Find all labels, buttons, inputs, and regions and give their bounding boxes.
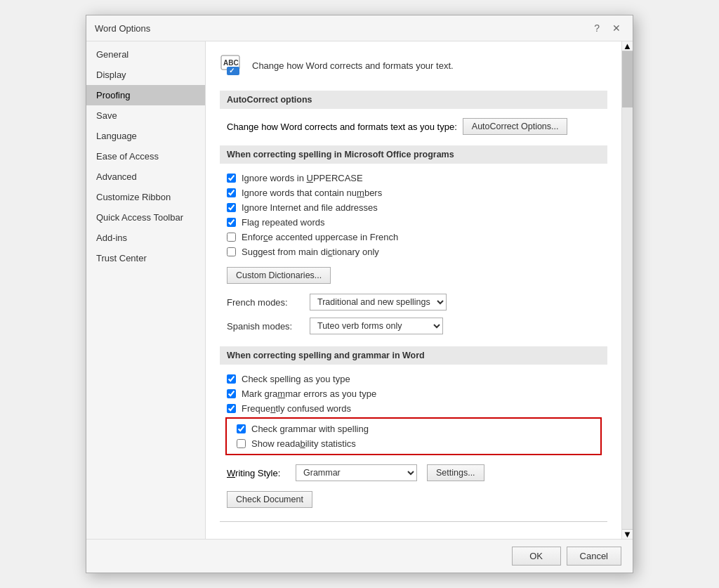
checkbox-row-enforce-accented: Enforce accented uppercase in French xyxy=(220,230,607,244)
cancel-button[interactable]: Cancel xyxy=(567,547,621,566)
check-spelling-label: Check spelling as you type xyxy=(242,374,350,384)
ok-button[interactable]: OK xyxy=(512,547,561,566)
french-modes-dropdown-wrap: Traditional and new spellings New spelli… xyxy=(310,294,447,311)
autocorrect-options-button[interactable]: AutoCorrect Options... xyxy=(463,118,568,135)
spanish-modes-label: Spanish modes: xyxy=(227,321,304,332)
autocorrect-row: Change how Word corrects and formats tex… xyxy=(220,116,607,137)
sidebar: General Display Proofing Save Language E… xyxy=(86,41,206,539)
scroll-thumb[interactable] xyxy=(622,51,633,107)
check-grammar-label: Check grammar with spelling xyxy=(251,424,369,434)
writing-style-select[interactable]: Grammar Grammar & Refinements Grammar & … xyxy=(296,464,417,481)
spanish-modes-dropdown-wrap: Tuteo verb forms only Voseo verb forms o… xyxy=(310,318,443,334)
checkbox-row-check-grammar: Check grammar with spelling xyxy=(230,422,598,436)
svg-text:ABC: ABC xyxy=(223,59,239,67)
checkbox-row-check-spelling: Check spelling as you type xyxy=(220,372,607,386)
sidebar-item-ease-of-access[interactable]: Ease of Access xyxy=(86,146,205,166)
checkbox-row-confused-words: Frequently confused words xyxy=(220,401,607,416)
sidebar-item-proofing[interactable]: Proofing xyxy=(86,85,205,105)
scroll-up-arrow[interactable]: ▲ xyxy=(622,41,633,51)
ignore-internet-checkbox[interactable] xyxy=(227,203,236,212)
flag-repeated-checkbox[interactable] xyxy=(227,218,236,227)
header-description: Change how Word corrects and formats you… xyxy=(252,60,454,71)
sidebar-item-addins[interactable]: Add-ins xyxy=(86,228,205,248)
check-document-button[interactable]: Check Document xyxy=(227,491,312,508)
confused-words-checkbox[interactable] xyxy=(227,404,236,413)
autocorrect-desc: Change how Word corrects and formats tex… xyxy=(227,122,457,132)
sidebar-item-display[interactable]: Display xyxy=(86,65,205,85)
checkbox-row-ignore-internet: Ignore Internet and file addresses xyxy=(220,200,607,215)
main-content: ABC ✓ Change how Word corrects and forma… xyxy=(206,41,621,539)
enforce-accented-label: Enforce accented uppercase in French xyxy=(242,232,398,242)
french-modes-label: French modes: xyxy=(227,297,304,308)
custom-dictionaries-button[interactable]: Custom Dictionaries... xyxy=(227,267,331,284)
scroll-down-arrow[interactable]: ▼ xyxy=(622,529,633,539)
sidebar-item-customize-ribbon[interactable]: Customize Ribbon xyxy=(86,187,205,207)
autocorrect-section-header: AutoCorrect options xyxy=(220,91,607,109)
scrollbar[interactable]: ▲ ▼ xyxy=(621,41,633,539)
readability-checkbox[interactable] xyxy=(237,439,246,448)
sidebar-item-advanced[interactable]: Advanced xyxy=(86,166,205,187)
sidebar-item-quick-access[interactable]: Quick Access Toolbar xyxy=(86,207,205,228)
flag-repeated-label: Flag repeated words xyxy=(242,217,325,228)
ignore-numbers-label: Ignore words that contain numbers xyxy=(242,188,382,198)
bottom-section-placeholder xyxy=(220,521,607,528)
check-spelling-checkbox[interactable] xyxy=(227,374,236,384)
spanish-modes-row: Spanish modes: Tuteo verb forms only Vos… xyxy=(220,314,607,338)
ignore-uppercase-label: Ignore words in UPPERCASE xyxy=(242,173,363,183)
close-button[interactable]: ✕ xyxy=(609,21,624,35)
check-grammar-checkbox[interactable] xyxy=(237,424,246,433)
spelling-ms-section-header: When correcting spelling in Microsoft Of… xyxy=(220,145,607,164)
french-modes-select[interactable]: Traditional and new spellings New spelli… xyxy=(310,294,447,311)
ignore-uppercase-checkbox[interactable] xyxy=(227,174,236,183)
check-document-row: Check Document xyxy=(220,489,607,510)
title-bar-controls: ? ✕ xyxy=(591,21,624,35)
french-modes-row: French modes: Traditional and new spelli… xyxy=(220,290,607,314)
ignore-numbers-checkbox[interactable] xyxy=(227,188,236,197)
settings-button[interactable]: Settings... xyxy=(427,464,484,481)
checkbox-row-readability: Show readability statistics xyxy=(230,436,598,451)
word-options-dialog: Word Options ? ✕ General Display Proofin… xyxy=(86,15,633,573)
confused-words-label: Frequently confused words xyxy=(242,403,351,414)
grammar-section-header: When correcting spelling and grammar in … xyxy=(220,346,607,365)
spanish-modes-select[interactable]: Tuteo verb forms only Voseo verb forms o… xyxy=(310,318,443,334)
checkbox-row-suggest-main: Suggest from main dictionary only xyxy=(220,244,607,259)
scroll-track[interactable] xyxy=(622,51,633,529)
ignore-internet-label: Ignore Internet and file addresses xyxy=(242,202,378,213)
readability-label: Show readability statistics xyxy=(251,438,356,449)
highlighted-checkboxes-group: Check grammar with spelling Show readabi… xyxy=(225,417,602,455)
svg-text:✓: ✓ xyxy=(229,67,235,74)
checkbox-row-ignore-uppercase: Ignore words in UPPERCASE xyxy=(220,171,607,185)
suggest-main-label: Suggest from main dictionary only xyxy=(242,247,379,257)
checkbox-row-mark-grammar: Mark grammar errors as you type xyxy=(220,386,607,401)
sidebar-item-save[interactable]: Save xyxy=(86,105,205,126)
writing-style-row: Writing Style: Grammar Grammar & Refinem… xyxy=(220,461,607,485)
sidebar-item-general[interactable]: General xyxy=(86,44,205,65)
enforce-accented-checkbox[interactable] xyxy=(227,233,236,242)
checkbox-row-flag-repeated: Flag repeated words xyxy=(220,215,607,230)
sidebar-item-language[interactable]: Language xyxy=(86,126,205,146)
sidebar-item-trust-center[interactable]: Trust Center xyxy=(86,248,205,268)
dialog-footer: OK Cancel xyxy=(86,539,633,573)
header-section: ABC ✓ Change how Word corrects and forma… xyxy=(220,53,607,78)
help-button[interactable]: ? xyxy=(591,21,603,35)
custom-dictionaries-row: Custom Dictionaries... xyxy=(220,265,607,286)
checkbox-row-ignore-numbers: Ignore words that contain numbers xyxy=(220,185,607,200)
title-bar: Word Options ? ✕ xyxy=(86,15,633,41)
mark-grammar-label: Mark grammar errors as you type xyxy=(242,388,376,399)
dialog-body: General Display Proofing Save Language E… xyxy=(86,41,633,539)
suggest-main-checkbox[interactable] xyxy=(227,247,236,256)
dialog-title: Word Options xyxy=(95,23,150,34)
writing-style-label: Writing Style: xyxy=(227,468,290,478)
abc-icon: ABC ✓ xyxy=(220,53,245,78)
mark-grammar-checkbox[interactable] xyxy=(227,389,236,398)
